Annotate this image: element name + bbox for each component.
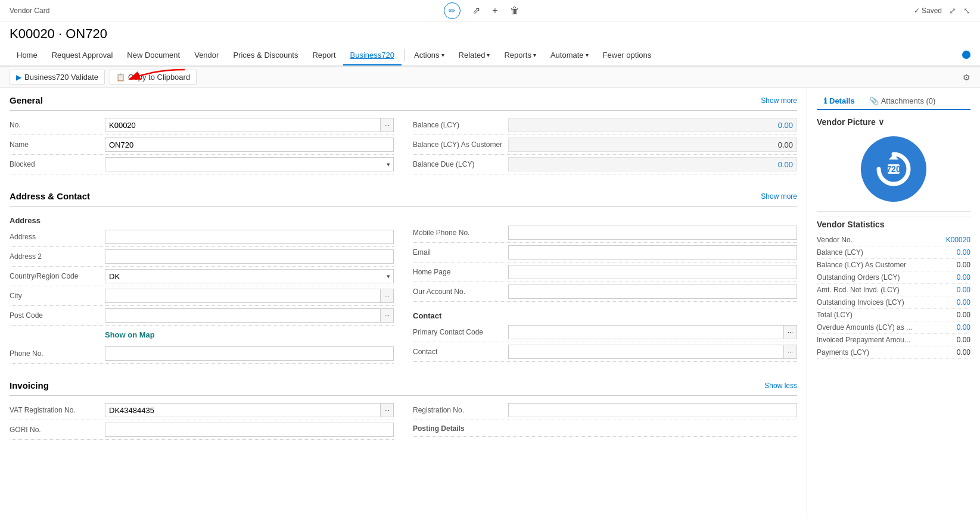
stats-label: Invoiced Prepayment Amou... (817, 336, 910, 344)
general-section-header: General Show more (10, 88, 797, 111)
no-input[interactable] (105, 118, 381, 132)
no-ellipsis[interactable]: ··· (381, 118, 394, 132)
invoicing-left: VAT Registration No. ··· GORI No. (10, 401, 394, 440)
city-row: City ··· (10, 286, 394, 306)
menu-new-document[interactable]: New Document (120, 46, 187, 65)
validate-icon: ▶ (16, 73, 21, 82)
contact-ellipsis[interactable]: ··· (784, 345, 797, 359)
stats-value[interactable]: 0.00 (957, 323, 970, 332)
stats-label: Outstanding Invoices (LCY) (817, 298, 904, 307)
phone-input[interactable] (105, 346, 394, 361)
validate-label: Business720 Validate (24, 73, 98, 82)
stats-value[interactable]: 0.00 (957, 298, 970, 307)
stats-label: Total (LCY) (817, 311, 853, 319)
stats-row: Invoiced Prepayment Amou...0.00 (817, 334, 970, 346)
tab-attachments[interactable]: 📎 Attachments (0) (862, 93, 943, 110)
share-icon[interactable]: ⇗ (472, 5, 480, 16)
balance-lcy-customer-row: Balance (LCY) As Customer 0.00 (413, 135, 797, 155)
homepage-input[interactable] (508, 265, 797, 279)
country-select[interactable]: DK (105, 269, 394, 283)
expand-icon[interactable]: ⤢ (949, 6, 956, 15)
city-input-wrapper: ··· (105, 289, 394, 303)
submenu-settings[interactable]: ⚙ (963, 73, 970, 82)
menu-prices-discounts[interactable]: Prices & Discounts (226, 46, 305, 65)
stats-row: Overdue Amounts (LCY) as ...0.00 (817, 321, 970, 334)
general-form: No. ··· Name Blocked (10, 115, 797, 174)
stats-value[interactable]: 0.00 (957, 286, 970, 294)
contact-wrapper: ··· (508, 345, 797, 359)
stats-label: Payments (LCY) (817, 348, 869, 357)
saved-status: ✓ Saved (914, 7, 942, 15)
vendor-stats-title: Vendor Statistics (817, 217, 970, 229)
vat-ellipsis[interactable]: ··· (381, 403, 394, 417)
address-title: Address & Contact (10, 191, 90, 201)
menu-related[interactable]: Related ▾ (452, 46, 497, 65)
vendor-picture-header[interactable]: Vendor Picture ∨ (817, 117, 970, 127)
main-area: General Show more No. ··· Name Block (0, 88, 980, 517)
address-input[interactable] (105, 230, 394, 244)
phone-row: Phone No. (10, 344, 394, 364)
our-account-input[interactable] (508, 285, 797, 299)
menu-report[interactable]: Report (305, 46, 343, 65)
vat-input[interactable] (105, 403, 381, 417)
menu-actions[interactable]: Actions ▾ (407, 46, 452, 65)
email-row: Email (413, 243, 797, 262)
vendor-stats-list: Vendor No.K00020Balance (LCY)0.00Balance… (817, 234, 970, 359)
tab-details[interactable]: ℹ Details (817, 93, 862, 110)
details-icon: ℹ (824, 96, 827, 105)
page-title: K00020 · ON720 (0, 21, 980, 44)
primary-contact-ellipsis[interactable]: ··· (784, 325, 797, 339)
address2-input[interactable] (105, 249, 394, 264)
add-icon[interactable]: + (492, 5, 497, 16)
menu-request-approval[interactable]: Request Approval (45, 46, 120, 65)
menu-automate[interactable]: Automate ▾ (543, 46, 596, 65)
stats-value[interactable]: K00020 (946, 236, 970, 244)
menu-business720[interactable]: Business720 (343, 46, 402, 65)
menu-bar: Home Request Approval New Document Vendo… (0, 44, 980, 67)
stats-value[interactable]: 0.00 (957, 273, 970, 282)
menu-reports[interactable]: Reports ▾ (497, 46, 543, 65)
registration-row: Registration No. (413, 401, 797, 420)
gori-input[interactable] (105, 423, 394, 437)
top-bar-icons: ✏ ⇗ + 🗑 (444, 2, 519, 19)
menu-vendor[interactable]: Vendor (187, 46, 226, 65)
invoicing-right: Registration No. Posting Details (413, 401, 797, 440)
city-input[interactable] (105, 289, 381, 303)
address-left: Address Address Address 2 Country/Region… (10, 211, 394, 364)
blocked-select[interactable] (105, 157, 394, 171)
postcode-row: Post Code ··· (10, 306, 394, 326)
invoicing-show-less[interactable]: Show less (764, 382, 797, 390)
contact-input[interactable] (508, 345, 784, 359)
show-on-map-link[interactable]: Show on Map (105, 328, 155, 342)
postcode-ellipsis[interactable]: ··· (381, 308, 394, 323)
app-title: Vendor Card (10, 7, 49, 15)
general-show-more[interactable]: Show more (761, 96, 797, 105)
address-right: Mobile Phone No. Email Home Page Our Acc… (413, 211, 797, 364)
primary-contact-row: Primary Contact Code ··· (413, 323, 797, 342)
menu-fewer-options[interactable]: Fewer options (596, 46, 659, 65)
mobile-input[interactable] (508, 226, 797, 240)
city-label: City (10, 292, 105, 300)
name-label: Name (10, 140, 105, 149)
primary-contact-input[interactable] (508, 325, 784, 339)
stats-value[interactable]: 0.00 (957, 248, 970, 257)
vendor-picture-collapse: ∨ (878, 117, 884, 127)
stats-value: 0.00 (957, 261, 970, 269)
business720-validate-button[interactable]: ▶ Business720 Validate (10, 70, 105, 85)
edit-icon[interactable]: ✏ (444, 2, 461, 19)
vat-row: VAT Registration No. ··· (10, 401, 394, 420)
registration-input[interactable] (508, 403, 797, 417)
no-input-wrapper: ··· (105, 118, 394, 132)
our-account-row: Our Account No. (413, 282, 797, 302)
email-input[interactable] (508, 245, 797, 260)
name-input[interactable] (105, 137, 394, 152)
postcode-input[interactable] (105, 308, 381, 323)
delete-icon[interactable]: 🗑 (510, 5, 519, 16)
vat-input-wrapper: ··· (105, 403, 394, 417)
collapse-icon[interactable]: ⤡ (963, 6, 970, 15)
country-select-wrapper: DK (105, 269, 394, 283)
city-ellipsis[interactable]: ··· (381, 289, 394, 303)
stats-row: Payments (LCY)0.00 (817, 346, 970, 359)
menu-home[interactable]: Home (10, 46, 45, 65)
address-show-more[interactable]: Show more (761, 192, 797, 201)
